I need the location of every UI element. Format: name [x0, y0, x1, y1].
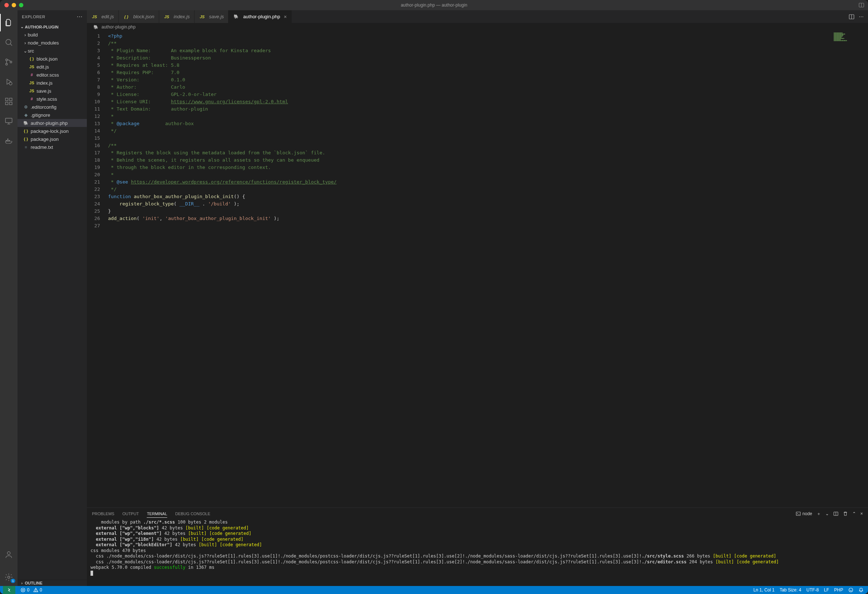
accounts-icon[interactable] — [0, 546, 18, 563]
breadcrumb-file: author-plugin.php — [102, 24, 136, 29]
source-control-icon[interactable] — [0, 53, 18, 71]
outline-section[interactable]: › OUTLINE — [18, 580, 87, 586]
remote-explorer-icon[interactable] — [0, 112, 18, 130]
close-window-button[interactable] — [4, 3, 9, 7]
file-readme[interactable]: ≡readme.txt — [18, 143, 87, 151]
notifications-icon[interactable] — [859, 587, 864, 593]
settings-gear-icon[interactable]: 1 — [0, 569, 18, 586]
folder-src[interactable]: ⌄src — [18, 47, 87, 55]
file-style-scss[interactable]: #style.scss — [18, 95, 87, 103]
search-icon[interactable] — [0, 34, 18, 51]
activity-bar: 1 — [0, 10, 18, 586]
panel-tab-problems[interactable]: PROBLEMS — [92, 510, 114, 517]
svg-line-3 — [10, 44, 12, 46]
breadcrumb[interactable]: 🐘 author-plugin.php — [87, 23, 868, 31]
maximize-panel-icon[interactable]: ⌃ — [852, 511, 856, 516]
split-editor-icon[interactable] — [849, 14, 855, 20]
errors-count[interactable]: 0 — [21, 587, 30, 593]
file-editor-scss[interactable]: #editor.scss — [18, 71, 87, 79]
tab-size[interactable]: Tab Size: 4 — [779, 587, 801, 593]
svg-point-32 — [849, 588, 853, 592]
docker-icon[interactable] — [0, 132, 18, 150]
status-bar: 0 0 Ln 1, Col 1 Tab Size: 4 UTF-8 LF PHP — [0, 586, 868, 594]
file-package-json[interactable]: { }package.json — [18, 135, 87, 143]
svg-rect-24 — [796, 512, 800, 516]
split-terminal-icon[interactable] — [833, 511, 838, 516]
terminal-output[interactable]: modules by path ./src/*.scss 100 bytes 2… — [87, 520, 868, 586]
panel-tab-output[interactable]: OUTPUT — [122, 510, 139, 517]
more-actions-icon[interactable]: ⋯ — [859, 14, 864, 19]
settings-badge: 1 — [10, 579, 15, 583]
scss-icon: # — [28, 72, 35, 77]
language-mode[interactable]: PHP — [834, 587, 843, 593]
json-icon: { } — [23, 129, 29, 133]
editor-tabs: JSedit.js { }block.json JSindex.js JSsav… — [87, 10, 868, 23]
svg-rect-19 — [7, 139, 8, 140]
eol[interactable]: LF — [824, 587, 829, 593]
js-icon: JS — [199, 15, 205, 19]
svg-rect-11 — [9, 102, 12, 105]
svg-rect-12 — [9, 98, 12, 101]
folder-node-modules[interactable]: ›node_modules — [18, 39, 87, 47]
explorer-title: EXPLORER — [22, 15, 77, 19]
code-editor[interactable]: 1234567891011121314151617181920212223242… — [87, 31, 868, 507]
panel-tab-debug[interactable]: DEBUG CONSOLE — [175, 510, 210, 517]
close-panel-icon[interactable]: × — [860, 511, 863, 516]
warnings-count[interactable]: 0 — [33, 587, 42, 593]
svg-point-8 — [9, 82, 12, 85]
text-icon: ≡ — [23, 145, 29, 149]
tab-block-json[interactable]: { }block.json — [119, 10, 159, 23]
tab-save-js[interactable]: JSsave.js — [195, 10, 229, 23]
js-icon: JS — [91, 15, 98, 19]
line-numbers: 1234567891011121314151617181920212223242… — [87, 31, 105, 507]
code-content[interactable]: <?php/** * Plugin Name: An example block… — [105, 31, 831, 507]
tab-author-plugin[interactable]: 🐘author-plugin.php× — [229, 10, 291, 23]
close-tab-icon[interactable]: × — [284, 14, 287, 20]
feedback-icon[interactable] — [848, 587, 853, 593]
chevron-down-icon: ⌄ — [19, 24, 25, 29]
file-block-json[interactable]: { }block.json — [18, 55, 87, 63]
git-icon: ◆ — [23, 113, 29, 118]
terminal-shell-icon[interactable]: node — [796, 511, 812, 516]
php-icon: 🐘 — [23, 121, 29, 125]
minimize-window-button[interactable] — [12, 3, 16, 7]
cursor-position[interactable]: Ln 1, Col 1 — [753, 587, 775, 593]
svg-point-20 — [7, 552, 10, 554]
encoding[interactable]: UTF-8 — [806, 587, 819, 593]
title-bar: author-plugin.php — author-plugin — [0, 0, 868, 10]
debug-icon[interactable] — [0, 73, 18, 90]
config-icon: ⚙ — [23, 105, 29, 109]
kill-terminal-icon[interactable] — [843, 511, 848, 516]
tab-edit-js[interactable]: JSedit.js — [87, 10, 119, 23]
terminal-dropdown-icon[interactable]: ⌄ — [825, 511, 829, 516]
file-index-js[interactable]: JSindex.js — [18, 79, 87, 87]
chevron-right-icon: › — [19, 581, 25, 585]
extensions-icon[interactable] — [0, 93, 18, 110]
explorer-icon[interactable] — [0, 14, 18, 31]
file-editorconfig[interactable]: ⚙.editorconfig — [18, 103, 87, 111]
folder-build[interactable]: ›build — [18, 31, 87, 39]
file-author-plugin-php[interactable]: 🐘author-plugin.php — [18, 119, 87, 127]
scss-icon: # — [28, 97, 35, 101]
svg-rect-13 — [6, 118, 12, 122]
file-save-js[interactable]: JSsave.js — [18, 87, 87, 95]
svg-rect-9 — [6, 98, 8, 101]
new-terminal-icon[interactable]: ＋ — [816, 511, 821, 517]
svg-point-6 — [10, 61, 12, 63]
svg-point-5 — [6, 63, 8, 65]
svg-point-2 — [6, 40, 11, 44]
project-name: AUTHOR-PLUGIN — [25, 25, 58, 29]
tab-index-js[interactable]: JSindex.js — [159, 10, 195, 23]
remote-button[interactable] — [3, 586, 15, 594]
file-edit-js[interactable]: JSedit.js — [18, 63, 87, 71]
file-gitignore[interactable]: ◆.gitignore — [18, 111, 87, 119]
explorer-sidebar: EXPLORER ⋯ ⌄ AUTHOR-PLUGIN ›build ›node_… — [18, 10, 87, 586]
layout-icon[interactable] — [859, 2, 864, 8]
file-package-lock[interactable]: { }package-lock.json — [18, 127, 87, 135]
minimap[interactable]: ████████████████████████████████████████… — [831, 31, 868, 507]
panel-tab-terminal[interactable]: TERMINAL — [147, 510, 167, 518]
maximize-window-button[interactable] — [19, 3, 24, 7]
explorer-more-icon[interactable]: ⋯ — [77, 13, 83, 20]
project-folder-header[interactable]: ⌄ AUTHOR-PLUGIN — [18, 24, 87, 30]
php-icon: 🐘 — [93, 25, 99, 29]
